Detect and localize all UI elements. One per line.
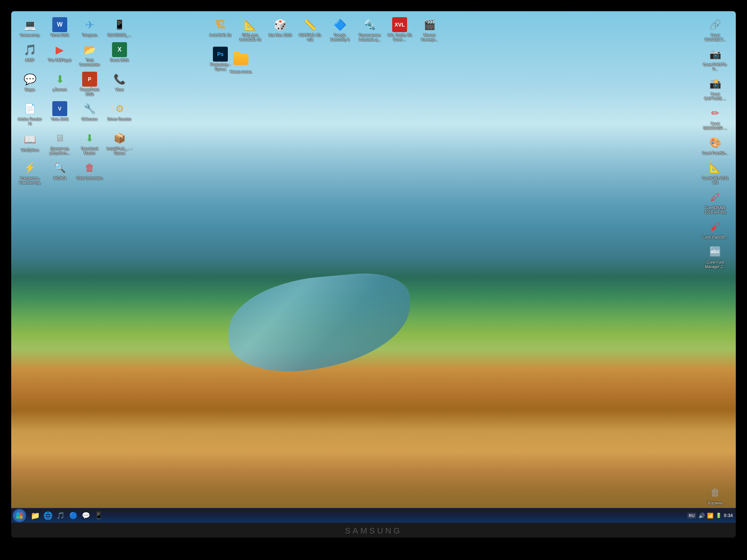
taskbar-time: 0:34 [724,513,733,518]
icon-3dsmax[interactable]: 🎲 3ds Max 2018 [265,15,295,44]
icon-word2016[interactable]: W Word 2016 [45,15,75,40]
icon-utorrent[interactable]: ⬇ µTorrent [45,69,75,99]
icon-new-folder[interactable]: Новая папка [226,49,256,77]
icon-computer[interactable]: 💻 Компьютер [15,15,45,40]
taskbar-pinned-icons: 📁 🌐 🎵 🔵 💬 📱 [29,510,105,522]
icon-windivview[interactable]: 📖 WinDjView [15,130,45,158]
icon-aida64[interactable]: 🔍 AIDA64 [45,158,75,187]
icon-visio2016[interactable]: V Visio 2016 [45,99,75,128]
taskbar-battery-icon: 🔋 [716,513,722,518]
icon-download-master[interactable]: ⬇ Download Master [75,128,105,158]
icon-621450236[interactable]: 📱 621450236_... [105,15,134,40]
taskbar-volume-icon[interactable]: 🔊 [698,513,705,519]
icon-corel-designer[interactable]: ✏ Corel DESIGNER ... [700,103,730,133]
taskbar-ie[interactable]: 🔵 [67,510,79,522]
icon-gcleaner[interactable]: 🔧 GCleaner [75,99,105,128]
icon-coreldraw[interactable]: 🖊 CorelDRAW 2018 (64-Bit) [700,187,730,217]
icon-kmplayer[interactable]: ▶ The KMPlayer [45,40,75,69]
desktop-icons-left: 💻 Компьютер W Word 2016 ✈ Telegram 📱 621… [15,15,142,508]
taskbar-explorer[interactable]: 📁 [29,510,41,522]
desktop: 💻 Компьютер W Word 2016 ✈ Telegram 📱 621… [11,11,736,523]
icon-kompas3d[interactable]: 📏 КОМПАС-3D v18 [295,15,325,44]
icon-corelcad[interactable]: 📐 CorelCAD 2018 x64 [700,158,730,187]
icon-installpack[interactable]: 📦 InstallPack_... - Ярлык [105,128,134,158]
desktop-icons-right: 🔗 Corel CONNECT... 📷 Corel PHOTO-P... 📸 … [700,15,736,508]
icon-corel-paintsh2[interactable]: 🖌 Corel PaintSh... [700,217,730,242]
desktop-icons-center-folder: Новая папка [226,49,256,77]
icon-aimp[interactable]: 🎵 AIMP [15,40,45,69]
svg-rect-2 [16,516,19,519]
icon-corel-paintsh1[interactable]: 🎨 Corel PaintSh... [700,133,730,158]
icon-autodesk[interactable]: 🔩 Приложение Autodesk д... [355,15,385,44]
taskbar-skype[interactable]: 💬 [80,510,92,522]
taskbar-media[interactable]: 🎵 [55,510,66,522]
start-button[interactable] [13,509,26,522]
icon-corel-font[interactable]: 🔤 Corel Font Manager 2... [700,242,730,271]
icon-viber[interactable]: 📞 Viber [105,69,134,99]
icon-bimx[interactable]: 📐 BIMx для ArchiCAD 18 [235,15,265,44]
icon-total-commander[interactable]: 📂 Total Commander [75,40,105,69]
icon-iobit[interactable]: 🗑 IObit Uninstaller [75,158,105,187]
icon-corel-photo-p[interactable]: 📷 Corel PHOTO-P... [700,44,730,74]
icon-movavi[interactable]: 🎬 Movavi Конверт... [415,15,444,44]
icon-xvl-studio[interactable]: XVL XVL Studio 3D Corel ... [385,15,415,44]
taskbar-viber[interactable]: 📱 [93,510,105,522]
icon-adobe-reader[interactable]: 📄 Adobe Reader XI [15,99,45,128]
icon-skype[interactable]: 💬 Skype [15,69,45,99]
icon-google-sketchup[interactable]: 🔷 Google SketchUp 8 [325,15,355,44]
icon-telegram[interactable]: ✈ Telegram [75,15,105,40]
svg-rect-3 [20,516,22,519]
taskbar-language[interactable]: RU [687,513,696,519]
taskbar-network-icon[interactable]: 📶 [707,513,713,519]
monitor-brand: SAMSUNG [345,526,402,536]
svg-rect-1 [20,513,22,515]
icon-archicad18[interactable]: 🏗 ArchiCAD 18 [205,15,235,44]
taskbar-browser[interactable]: 🌐 [42,510,54,522]
taskbar: 📁 🌐 🎵 🔵 💬 📱 RU 🔊 📶 🔋 0:34 [11,508,736,523]
icon-recycle-bin[interactable]: 🗑 Корзина [700,483,730,508]
icon-corel-connect[interactable]: 🔗 Corel CONNECT... [700,15,730,44]
icon-dispatcher[interactable]: 🖥 Диспетчер устройств... [45,128,75,158]
icon-powerpoint2016[interactable]: P PowerPoint 2016 [75,69,105,99]
icon-driver-booster[interactable]: ⚙ Driver Booster [105,99,134,128]
icon-excel2016[interactable]: X Excel 2016 [105,40,134,69]
icon-corel-capture[interactable]: 📸 Corel CAPTURE ... [700,74,730,103]
taskbar-system-tray: RU 🔊 📶 🔋 0:34 [687,513,736,519]
icon-accelerator[interactable]: ⚡ Ускоритель Компьютера [15,158,45,187]
svg-rect-0 [16,513,19,515]
